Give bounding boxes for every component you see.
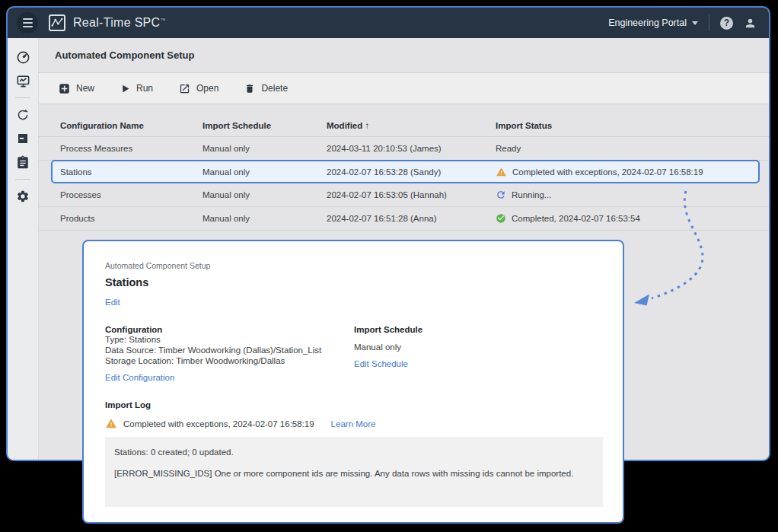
brand-title: Real-Time SPC™ bbox=[73, 16, 166, 30]
table-row-products[interactable]: Products Manual only 2024-02-07 16:51:28… bbox=[39, 207, 769, 231]
table-header-row: Configuration Name Import Schedule Modif… bbox=[39, 114, 769, 137]
run-button-label: Run bbox=[136, 83, 153, 94]
table-row-process-measures[interactable]: Process Measures Manual only 2024-03-11 … bbox=[39, 137, 769, 161]
import-log-heading: Import Log bbox=[105, 400, 601, 409]
open-in-new-icon bbox=[179, 83, 190, 94]
popup-title: Stations bbox=[105, 276, 601, 288]
cell-import-schedule: Manual only bbox=[202, 214, 327, 223]
open-button-label: Open bbox=[196, 83, 218, 94]
sort-ascending-icon: ↑ bbox=[365, 121, 369, 130]
configuration-storage-location: Storage Location: Timber Woodworking/Dal… bbox=[105, 355, 354, 366]
plus-square-icon bbox=[59, 83, 70, 94]
import-schedule-heading: Import Schedule bbox=[354, 325, 601, 334]
configuration-heading: Configuration bbox=[105, 325, 354, 334]
cell-modified: 2024-02-07 16:51:28 (Anna) bbox=[327, 214, 496, 223]
edit-schedule-link[interactable]: Edit Schedule bbox=[354, 359, 408, 368]
settings-gear-icon[interactable] bbox=[13, 187, 33, 205]
dashboard-gauge-icon[interactable] bbox=[13, 48, 33, 66]
cell-configuration-name: Process Measures bbox=[60, 144, 202, 153]
configuration-data-source: Data Source: Timber Woodworking (Dallas)… bbox=[105, 345, 354, 355]
log-line: Stations: 0 created; 0 updated. bbox=[114, 447, 594, 457]
portal-dropdown-label: Engineering Portal bbox=[608, 18, 687, 28]
toolbar: New Run Open bbox=[39, 73, 769, 104]
popup-breadcrumb: Automated Component Setup bbox=[105, 261, 601, 270]
page-title: Automated Component Setup bbox=[55, 49, 194, 61]
cell-import-status: Completed with exceptions, 2024-02-07 16… bbox=[496, 167, 749, 177]
clipboard-icon[interactable] bbox=[13, 153, 33, 171]
open-button[interactable]: Open bbox=[170, 79, 228, 98]
top-bar: Real-Time SPC™ Engineering Portal ? bbox=[8, 8, 769, 38]
import-log-output: Stations: 0 created; 0 updated. [ERROR_M… bbox=[105, 437, 603, 507]
sidebar-nav bbox=[8, 38, 39, 460]
learn-more-link[interactable]: Learn More bbox=[331, 419, 376, 428]
chart-monitor-icon[interactable] bbox=[13, 72, 33, 90]
cell-modified: 2024-03-11 20:10:53 (James) bbox=[327, 144, 496, 153]
cell-import-schedule: Manual only bbox=[202, 190, 327, 199]
stations-detail-panel: Automated Component Setup Stations Edit … bbox=[82, 240, 624, 524]
user-icon[interactable] bbox=[744, 17, 757, 30]
new-button-label: New bbox=[76, 83, 94, 94]
edit-configuration-link[interactable]: Edit Configuration bbox=[105, 373, 174, 382]
trash-icon bbox=[244, 83, 255, 94]
table-row-stations-selected[interactable]: Stations Manual only 2024-02-07 16:53:28… bbox=[51, 160, 760, 183]
new-button[interactable]: New bbox=[49, 79, 104, 98]
column-header-import-status[interactable]: Import Status bbox=[496, 121, 760, 130]
cell-configuration-name: Products bbox=[60, 214, 202, 223]
cell-configuration-name: Processes bbox=[60, 190, 202, 199]
edit-link[interactable]: Edit bbox=[105, 298, 601, 307]
chevron-down-icon bbox=[692, 21, 698, 25]
help-icon[interactable]: ? bbox=[720, 17, 733, 30]
cell-import-status: Completed, 2024-02-07 16:53:54 bbox=[496, 213, 760, 224]
run-button[interactable]: Run bbox=[111, 79, 162, 97]
cell-import-status: Ready bbox=[496, 144, 760, 153]
refresh-running-icon bbox=[496, 190, 506, 200]
check-circle-icon bbox=[496, 213, 506, 224]
trademark-symbol: ™ bbox=[160, 18, 165, 23]
page-header: Automated Component Setup bbox=[39, 38, 769, 73]
cell-import-status: Running... bbox=[496, 190, 760, 200]
cell-modified: 2024-02-07 16:53:28 (Sandy) bbox=[327, 167, 496, 177]
portal-dropdown[interactable]: Engineering Portal bbox=[608, 18, 698, 28]
warning-icon bbox=[105, 418, 117, 429]
brand-logo-chart-icon bbox=[49, 14, 65, 31]
cell-configuration-name: Stations bbox=[60, 167, 202, 177]
configurations-table: Configuration Name Import Schedule Modif… bbox=[39, 114, 769, 231]
sidebar-divider bbox=[15, 97, 30, 98]
sync-icon[interactable] bbox=[13, 106, 33, 124]
sidebar-divider bbox=[15, 179, 30, 180]
column-header-configuration-name[interactable]: Configuration Name bbox=[60, 121, 202, 130]
import-schedule-section: Import Schedule Manual only Edit Schedul… bbox=[354, 325, 601, 384]
table-row-processes[interactable]: Processes Manual only 2024-02-07 16:53:0… bbox=[39, 183, 769, 207]
hamburger-menu-icon[interactable] bbox=[17, 12, 38, 33]
delete-button-label: Delete bbox=[261, 83, 288, 94]
column-header-modified[interactable]: Modified ↑ bbox=[327, 121, 496, 130]
cell-import-schedule: Manual only bbox=[202, 144, 327, 153]
import-schedule-value: Manual only bbox=[354, 342, 601, 352]
configuration-section: Configuration Type: Stations Data Source… bbox=[105, 325, 354, 384]
topbar-divider bbox=[709, 14, 709, 31]
import-log-status-text: Completed with exceptions, 2024-02-07 16… bbox=[123, 419, 314, 428]
delete-button[interactable]: Delete bbox=[235, 79, 297, 98]
cell-modified: 2024-02-07 16:53:05 (Hannah) bbox=[327, 190, 496, 199]
import-log-section: Import Log Completed with exceptions, 20… bbox=[105, 400, 601, 507]
cell-import-schedule: Manual only bbox=[202, 167, 327, 177]
column-header-import-schedule[interactable]: Import Schedule bbox=[202, 121, 327, 130]
play-icon bbox=[120, 84, 130, 94]
log-line: [ERROR_MISSING_IDS] One or more componen… bbox=[114, 468, 594, 479]
warning-icon bbox=[496, 167, 507, 177]
configuration-type: Type: Stations bbox=[105, 334, 354, 345]
storage-box-icon[interactable] bbox=[13, 129, 33, 148]
